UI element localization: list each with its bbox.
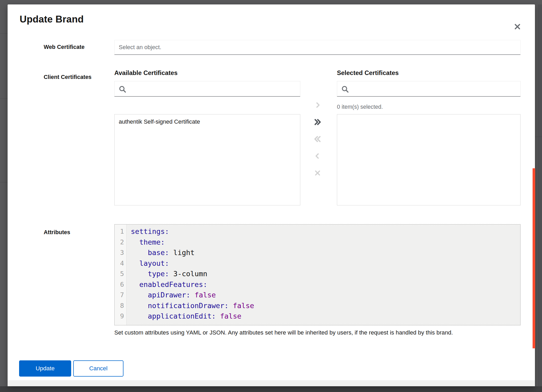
certificate-list-item[interactable]: authentik Self-signed Certificate [115, 114, 300, 129]
close-button[interactable] [512, 22, 522, 32]
code-line-number: 9 [115, 311, 126, 322]
code-line: layout: [131, 258, 520, 269]
selected-certificates-heading: Selected Certificates [337, 69, 399, 77]
modal-footer-strip [8, 380, 535, 386]
client-certificates-label: Client Certificates [44, 74, 110, 80]
code-line-number: 4 [115, 258, 126, 269]
backdrop-seam [0, 182, 8, 182]
attributes-label: Attributes [44, 229, 110, 236]
code-line: settings: [131, 226, 520, 237]
modal-scrollbar-thumb[interactable] [533, 168, 535, 348]
backdrop-seam [0, 33, 8, 34]
double-chevron-left-icon [313, 135, 322, 143]
code-line: apiDrawer: false [131, 290, 520, 301]
add-selected-button[interactable] [311, 99, 324, 111]
remove-selected-button[interactable] [311, 150, 324, 162]
code-line: theme: [131, 237, 520, 248]
attributes-code-editor[interactable]: 123456789 settings: theme: base: light l… [114, 224, 521, 325]
web-certificate-select[interactable] [114, 40, 521, 55]
x-icon [314, 169, 321, 177]
add-all-button[interactable] [311, 116, 324, 128]
available-certificates-heading: Available Certificates [114, 69, 178, 77]
selected-count-status: 0 item(s) selected. [337, 104, 383, 110]
code-line-number: 5 [115, 269, 126, 279]
backdrop-bottom-band [0, 386, 542, 392]
code-line-number: 1 [115, 226, 126, 237]
available-search-input[interactable] [114, 81, 300, 97]
code-line-number: 2 [115, 237, 126, 248]
close-icon [513, 23, 521, 31]
code-line-number: 6 [115, 279, 126, 290]
code-line: notificationDrawer: false [131, 301, 520, 311]
selected-certificates-list[interactable] [337, 114, 521, 205]
chevron-left-icon [314, 152, 321, 160]
available-certificates-list[interactable]: authentik Self-signed Certificate [114, 114, 300, 205]
double-chevron-right-icon [313, 118, 322, 126]
transfer-controls [309, 99, 326, 184]
code-line-number: 8 [115, 301, 126, 311]
attributes-help-text: Set custom attributes using YAML or JSON… [114, 329, 522, 336]
remove-all-button[interactable] [311, 133, 324, 145]
page-title: Update Brand [20, 14, 84, 25]
backdrop-shade [538, 4, 542, 386]
clear-selection-button[interactable] [311, 167, 324, 179]
cancel-button[interactable]: Cancel [73, 360, 123, 377]
code-line: applicationEdit: false [131, 311, 520, 322]
chevron-right-icon [314, 101, 321, 109]
code-line-number: 7 [115, 290, 126, 301]
web-certificate-label: Web Certificate [44, 44, 110, 50]
backdrop-seam [0, 99, 8, 99]
code-line-number: 3 [115, 247, 126, 258]
update-button[interactable]: Update [19, 360, 71, 377]
selected-search-input[interactable] [337, 81, 521, 97]
code-line: base: light [131, 247, 520, 258]
code-line: type: 3-column [131, 269, 520, 279]
code-line: enabledFeatures: [131, 279, 520, 290]
update-brand-modal: Update Brand Web Certificate Client Cert… [8, 4, 535, 386]
code-editor-content[interactable]: settings: theme: base: light layout: typ… [127, 224, 520, 325]
backdrop-seam [535, 137, 542, 137]
code-editor-gutter: 123456789 [115, 224, 127, 325]
